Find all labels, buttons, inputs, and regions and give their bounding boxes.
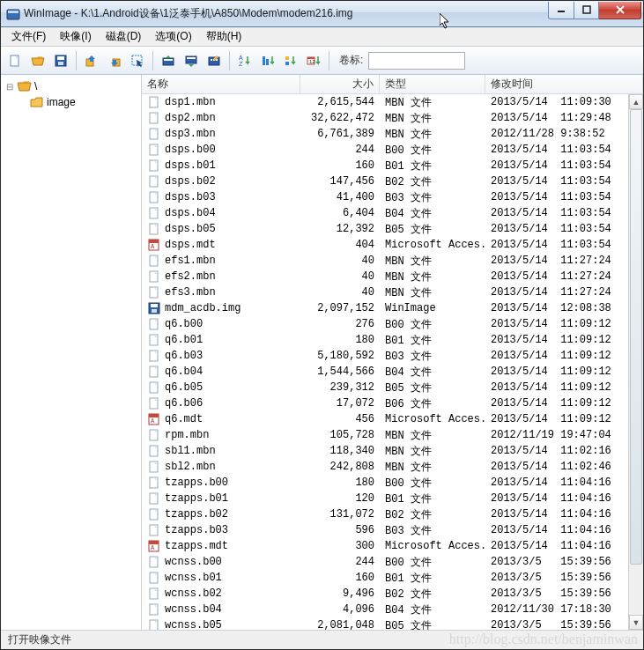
scroll-down-button[interactable]: ▼ (629, 615, 643, 630)
file-name: wcnss.b02 (165, 587, 222, 600)
menu-item[interactable]: 映像(I) (53, 27, 98, 46)
folder-tree[interactable]: ⊟ \ image (1, 75, 142, 630)
read-disk-button[interactable] (158, 50, 179, 71)
table-row[interactable]: Atzapps.mdt300Microsoft Acces...2013/5/1… (142, 538, 643, 554)
table-row[interactable]: q6.b01180B01 文件2013/5/14 11:09:12 (142, 332, 643, 348)
file-name: q6.b05 (165, 381, 203, 394)
menu-item[interactable]: 选项(O) (148, 27, 198, 46)
table-row[interactable]: wcnss.b029,496B02 文件2013/3/5 15:39:56 (142, 586, 643, 602)
file-type: MBN 文件 (380, 270, 485, 284)
column-date[interactable]: 修改时间 (485, 75, 643, 93)
table-row[interactable]: dsps.b0341,400B03 文件2013/5/14 11:03:54 (142, 189, 643, 205)
file-rows[interactable]: dsp1.mbn2,615,544MBN 文件2013/5/14 11:09:3… (142, 94, 643, 630)
file-date: 2012/11/30 17:18:30 (485, 603, 643, 616)
scroll-up-button[interactable]: ▲ (629, 94, 643, 109)
close-button[interactable] (599, 2, 641, 19)
file-name: q6.b06 (165, 397, 203, 410)
table-row[interactable]: tzapps.b01120B01 文件2013/5/14 11:04:16 (142, 491, 643, 506)
volume-input[interactable] (368, 52, 465, 70)
table-row[interactable]: q6.b0617,072B06 文件2013/5/14 11:09:12 (142, 395, 643, 411)
toolbar-separator (76, 51, 77, 70)
file-date: 2013/5/14 11:04:16 (485, 540, 643, 552)
column-type[interactable]: 类型 (380, 75, 485, 93)
file-size: 244 (300, 144, 380, 156)
menu-item[interactable]: 磁盘(D) (99, 27, 149, 46)
tree-root[interactable]: ⊟ \ (3, 78, 139, 94)
table-row[interactable]: dsps.b02147,456B02 文件2013/5/14 11:03:54 (142, 174, 643, 189)
open-button[interactable] (27, 50, 48, 71)
tree-item[interactable]: image (3, 94, 139, 110)
minimize-button[interactable] (548, 2, 574, 19)
menubar: 文件(F)映像(I)磁盘(D)选项(O)帮助(H) (1, 27, 643, 47)
file-icon (147, 190, 161, 204)
menu-item[interactable]: 帮助(H) (199, 27, 249, 46)
table-row[interactable]: sbl2.mbn242,808MBN 文件2013/5/14 11:02:46 (142, 459, 643, 475)
table-row[interactable]: q6.b035,180,592B03 文件2013/5/14 11:09:12 (142, 348, 643, 364)
table-row[interactable]: wcnss.b00244B00 文件2013/3/5 15:39:56 (142, 554, 643, 570)
inject-button[interactable] (104, 50, 125, 71)
extract-button[interactable] (81, 50, 102, 71)
file-name: dsps.b01 (165, 159, 216, 172)
scroll-track[interactable] (629, 109, 643, 615)
vertical-scrollbar[interactable]: ▲ ▼ (628, 94, 643, 630)
file-size: 2,615,544 (300, 96, 380, 108)
file-icon (147, 127, 161, 141)
table-row[interactable]: efs3.mbn40MBN 文件2013/5/14 11:27:24 (142, 284, 643, 300)
file-size: 118,340 (300, 445, 380, 457)
file-date: 2013/5/14 11:09:12 (485, 381, 643, 394)
table-row[interactable]: efs1.mbn40MBN 文件2013/5/14 11:27:24 (142, 253, 643, 269)
table-row[interactable]: tzapps.b03596B03 文件2013/5/14 11:04:16 (142, 522, 643, 538)
file-size: 131,072 (300, 508, 380, 521)
table-row[interactable]: efs2.mbn40MBN 文件2013/5/14 11:27:24 (142, 269, 643, 284)
write-disk-button[interactable] (181, 50, 202, 71)
file-type: WinImage (380, 302, 485, 314)
table-row[interactable]: Adsps.mdt404Microsoft Acces...2013/5/14 … (142, 237, 643, 253)
file-name: sbl2.mbn (165, 461, 216, 473)
table-row[interactable]: q6.b00276B00 文件2013/5/14 11:09:12 (142, 316, 643, 332)
column-size[interactable]: 大小 (300, 75, 380, 93)
menu-item[interactable]: 文件(F) (4, 27, 53, 46)
file-date: 2013/3/5 15:39:56 (485, 619, 643, 630)
table-row[interactable]: wcnss.b052,081,048B05 文件2013/3/5 15:39:5… (142, 617, 643, 630)
table-row[interactable]: q6.b05239,312B05 文件2013/5/14 11:09:12 (142, 380, 643, 395)
titlebar: WinImage - K:\1.Android设备\1泛泰手机\A850\Mod… (1, 1, 643, 27)
file-type: B04 文件 (380, 206, 485, 221)
sort-type-button[interactable] (280, 50, 301, 71)
table-row[interactable]: q6.b041,544,566B04 文件2013/5/14 11:09:12 (142, 364, 643, 380)
table-row[interactable]: sbl1.mbn118,340MBN 文件2013/5/14 11:02:16 (142, 443, 643, 459)
access-file-icon: A (147, 412, 161, 426)
new-button[interactable] (4, 50, 26, 71)
maximize-button[interactable] (574, 2, 599, 19)
scroll-thumb[interactable] (630, 109, 642, 565)
table-row[interactable]: dsps.b0512,392B05 文件2013/5/14 11:03:54 (142, 221, 643, 237)
table-row[interactable]: dsp1.mbn2,615,544MBN 文件2013/5/14 11:09:3… (142, 94, 643, 110)
file-name: dsps.b00 (165, 144, 216, 156)
table-row[interactable]: dsp2.mbn32,622,472MBN 文件2013/5/14 11:29:… (142, 110, 643, 126)
sort-size-button[interactable] (257, 50, 278, 71)
save-button[interactable] (50, 50, 71, 71)
file-size: 5,180,592 (300, 350, 380, 362)
table-row[interactable]: Aq6.mdt456Microsoft Acces...2013/5/14 11… (142, 411, 643, 427)
toolbar-separator (329, 51, 329, 70)
file-size: 41,400 (300, 191, 380, 203)
select-button[interactable] (127, 50, 148, 71)
table-row[interactable]: dsps.b00244B00 文件2013/5/14 11:03:54 (142, 142, 643, 158)
file-icon (147, 491, 161, 506)
table-row[interactable]: tzapps.b02131,072B02 文件2013/5/14 11:04:1… (142, 506, 643, 522)
main-panel: ⊟ \ image 名称 大小 类型 修改时间 dsp1.mbn2,615,54… (1, 75, 643, 630)
file-name: q6.mdt (165, 413, 203, 425)
table-row[interactable]: dsp3.mbn6,761,389MBN 文件2012/11/28 9:38:5… (142, 126, 643, 142)
column-name[interactable]: 名称 (142, 75, 300, 93)
table-row[interactable]: dsps.b01160B01 文件2013/5/14 11:03:54 (142, 158, 643, 174)
file-name: mdm_acdb.img (165, 302, 241, 314)
table-row[interactable]: wcnss.b044,096B04 文件2012/11/30 17:18:30 (142, 602, 643, 617)
table-row[interactable]: rpm.mbn105,728MBN 文件2012/11/19 19:47:04 (142, 427, 643, 443)
sort-az-button[interactable]: AZ (234, 50, 255, 71)
sort-date-button[interactable]: 12 (303, 50, 324, 71)
table-row[interactable]: dsps.b046,404B04 文件2013/5/14 11:03:54 (142, 205, 643, 221)
format-button[interactable] (204, 50, 225, 71)
table-row[interactable]: mdm_acdb.img2,097,152WinImage2013/5/14 1… (142, 300, 643, 316)
table-row[interactable]: wcnss.b01160B01 文件2013/3/5 15:39:56 (142, 570, 643, 586)
table-row[interactable]: tzapps.b00180B00 文件2013/5/14 11:04:16 (142, 475, 643, 491)
collapse-icon[interactable]: ⊟ (4, 82, 15, 92)
